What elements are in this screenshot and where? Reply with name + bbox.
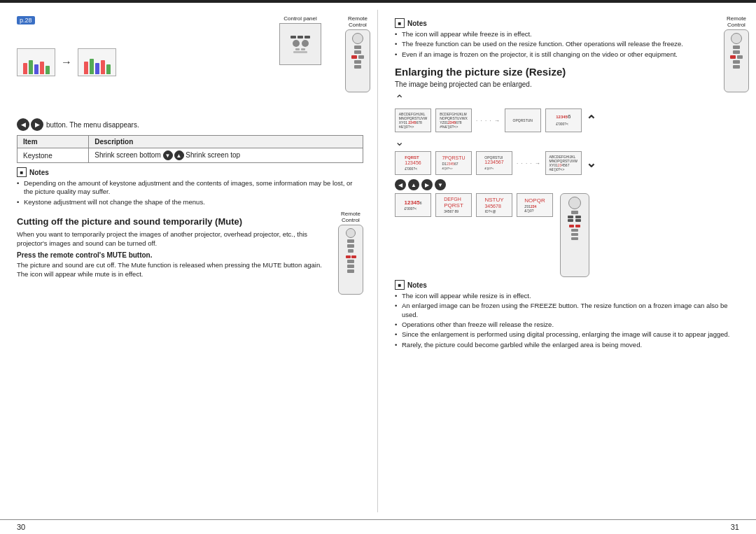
left-page: p.28 Control panel [0, 10, 378, 512]
left-nav-icon: ◀ [17, 118, 29, 131]
thumb-1: ABCDEFGHIJKLMNOPQRSTUVWXY01 2345678#&'()… [395, 108, 431, 132]
notes-icon: ■ [17, 167, 27, 177]
control-panel-diagram [279, 23, 321, 65]
nav-buttons-row: ◀ ▲ ▶ ▼ [395, 179, 742, 190]
keystone-table: Item Description Keystone Shrink screen … [17, 135, 363, 163]
arrow-right: → [61, 56, 72, 69]
remote-btn-1 [571, 211, 578, 214]
thumb-7: OPQRSTUI1234567&'()0?< [476, 151, 512, 175]
thumb-6: 7PQRSTUD1234567&'()0?<> [435, 151, 472, 175]
thumb-8: ABCDEFGHIJKLMNOPQRSTUVWXY01234567#&'()0?… [545, 151, 582, 175]
thumb-2: BCDEFGHIJKLMNOPQRSTUVWXYZ012345678#%&'()… [435, 108, 472, 132]
thumb-5: FQRST123456£'000?< [395, 151, 431, 175]
right-page-number: 31 [731, 523, 739, 531]
lower-thumb-1: 123456£'000?< [395, 193, 431, 217]
remote-label-left: RemoteControl [345, 15, 370, 28]
mute-remote-label: RemoteControl [338, 211, 363, 223]
right-page: RemoteControl ■ Notes [378, 10, 756, 512]
remote-color-btns [569, 225, 580, 227]
arrow-down: ▼ [163, 150, 173, 160]
resize-heading: Enlarging the picture size (Resize) [395, 66, 742, 78]
table-header-item: Item [18, 136, 89, 148]
nav-right-btn[interactable]: ▶ [421, 179, 433, 190]
freeze-note-3: Even if an image is frozen on the projec… [395, 50, 707, 59]
screen-before [17, 48, 55, 76]
freeze-notes-title: ■ Notes [395, 18, 707, 28]
lower-thumbs-grid: 123456£'000?< DEFGHPQRST34567 89 NSTUY34… [395, 193, 554, 217]
note-item: Depending on the amount of keystone adju… [17, 179, 363, 197]
page-container: p.28 Control panel [0, 0, 756, 534]
nav-left-btn[interactable]: ◀ [395, 179, 406, 190]
lower-thumb-2: DEFGHPQRST34567 89 [435, 193, 472, 217]
lower-thumb-3: NSTUY345678IO?<@ [476, 193, 512, 217]
resize-note-1: The icon will appear while resize is in … [395, 292, 742, 300]
table-cell-item: Keystone [18, 148, 89, 163]
page-badge: p.28 [17, 16, 35, 24]
remote-btn-4 [571, 237, 578, 240]
freeze-note-1: The icon will appear while freeze is in … [395, 30, 707, 38]
freeze-notes-list: The icon will appear while freeze is in … [395, 30, 707, 59]
resize-row-top: ABCDEFGHIJKLMNOPQRSTUVWXY01 2345678#&'()… [395, 108, 742, 132]
remote-trackball [568, 197, 581, 209]
screen-after [78, 48, 116, 76]
arrow-up: ▲ [174, 150, 184, 160]
resize-note-3: Operations other than freeze will releas… [395, 321, 742, 329]
keystone-arrows: ▼ ▲ [163, 150, 184, 160]
remote-diagram-left [345, 29, 370, 92]
table-row: Keystone Shrink screen bottom ▼ ▲ Shrink… [18, 148, 363, 163]
note-item: Keystone adjustment will not change the … [17, 198, 363, 206]
chevron-down-icon: ⌄ [395, 135, 404, 148]
mute-remote-area: RemoteControl [338, 211, 363, 295]
press-heading: Press the remote control's MUTE button. [17, 251, 332, 259]
remote-btn-2 [571, 229, 578, 232]
remote-btn-3 [571, 233, 578, 236]
thumb-3: OPQRSTUN [505, 108, 541, 132]
mute-desc1: The picture and sound are cut off. The M… [17, 260, 332, 269]
mute-remote-diagram [338, 225, 363, 295]
down-arrow-indicator: ⌄ [395, 135, 742, 148]
remote-btns-grid [568, 216, 582, 222]
freeze-notes-icon: ■ [395, 18, 405, 28]
resize-row-bottom: FQRST123456£'000?< 7PQRSTUD1234567&'()0?… [395, 151, 742, 175]
remote-diagram-right [724, 29, 749, 92]
control-panel-label: Control panel [279, 15, 321, 22]
mute-content: Cutting off the picture and sound tempor… [17, 211, 332, 279]
desc-pre: Shrink screen bottom [94, 151, 161, 159]
resize-lower-area: 123456£'000?< DEFGHPQRST34567 89 NSTUY34… [395, 193, 742, 277]
lower-thumbs-area: 123456£'000?< DEFGHPQRST34567 89 NSTUY34… [395, 193, 554, 217]
chevron-up-icon: ⌃ [395, 92, 404, 106]
remote-area-right: RemoteControl [724, 15, 749, 92]
right-nav-icon: ▶ [31, 118, 43, 131]
nav-down-btn[interactable]: ▼ [435, 179, 446, 190]
content-area: p.28 Control panel [0, 3, 756, 519]
resize-notes-icon: ■ [395, 280, 405, 290]
mute-desc2: The icon will appear while mute is in ef… [17, 269, 332, 279]
resize-note-2: An enlarged image can be frozen using th… [395, 302, 742, 319]
resize-notes: ■ Notes The icon will appear while resiz… [395, 280, 742, 349]
left-page-number: 30 [17, 523, 25, 531]
lower-thumb-4: NOPQRZ01234&'()0? [517, 193, 553, 217]
nav-up-btn[interactable]: ▲ [408, 179, 419, 190]
button-description: button. The menu disappears. [46, 121, 139, 129]
nav-icons: ◀ ▶ [17, 118, 43, 131]
freeze-notes: ■ Notes The icon will appear while freez… [395, 18, 742, 59]
table-cell-desc: Shrink screen bottom ▼ ▲ Shrink screen t… [89, 148, 363, 163]
resize-note-5: Rarely, the picture could become garbled… [395, 341, 742, 349]
notes-title: ■ Notes [17, 167, 363, 177]
resize-notes-title: ■ Notes [395, 280, 742, 290]
button-description-row: ◀ ▶ button. The menu disappears. [17, 118, 363, 131]
freeze-note-2: The freeze function can be used on the r… [395, 40, 707, 48]
notes-list: Depending on the amount of keystone adju… [17, 179, 363, 206]
keystone-notes: ■ Notes Depending on the amount of keyst… [17, 167, 363, 206]
resize-note-4: Since the enlargement is performed using… [395, 330, 742, 339]
remote-large-right [560, 193, 589, 277]
table-header-desc: Description [89, 136, 363, 148]
remote-label-right: RemoteControl [724, 15, 749, 28]
control-panel-area: Control panel [279, 15, 321, 65]
thumb-4: 123456£'000?< [545, 108, 582, 132]
remote-area-left: RemoteControl [345, 15, 370, 92]
mute-heading: Cutting off the picture and sound tempor… [17, 216, 332, 227]
dotted-arrow: · · · · → [476, 118, 500, 124]
dotted-arrow-2: · · · · → [517, 160, 541, 167]
mute-section: Cutting off the picture and sound tempor… [17, 211, 363, 295]
